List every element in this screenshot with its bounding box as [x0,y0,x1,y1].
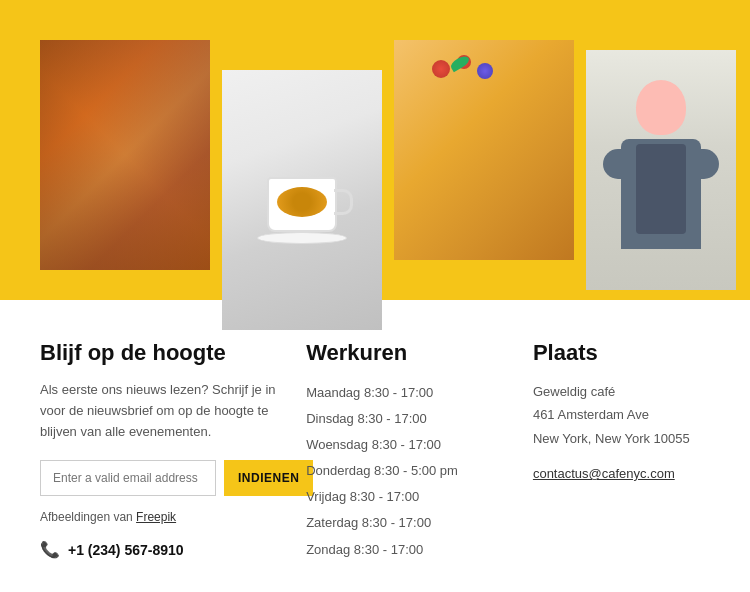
newsletter-description: Als eerste ons nieuws lezen? Schrijf je … [40,380,276,442]
newsletter-title: Blijf op de hoogte [40,340,276,366]
cake-photo [394,40,574,260]
photos-grid [0,0,750,300]
freepik-link[interactable]: Freepik [136,510,176,524]
chef-photo [586,50,736,290]
hours-list: Maandag 8:30 - 17:00Dinsdag 8:30 - 17:00… [306,380,503,563]
bread-photo [40,40,210,270]
hero-section [0,0,750,300]
place-email-link[interactable]: contactus@cafenyc.com [533,466,675,481]
place-address-line2: New York, New York 10055 [533,431,690,446]
hours-column: Werkuren Maandag 8:30 - 17:00Dinsdag 8:3… [306,340,503,563]
phone-number: +1 (234) 567-8910 [68,542,184,558]
hours-item: Zaterdag 8:30 - 17:00 [306,510,503,536]
bottom-section: Blijf op de hoogte Als eerste ons nieuws… [0,300,750,592]
hours-item: Vrijdag 8:30 - 17:00 [306,484,503,510]
place-name: Geweldig café [533,384,615,399]
hours-item: Woensdag 8:30 - 17:00 [306,432,503,458]
submit-button[interactable]: INDIENEN [224,460,313,496]
email-form: INDIENEN [40,460,276,496]
email-input[interactable] [40,460,216,496]
phone-icon: 📞 [40,540,60,559]
place-address-line1: 461 Amsterdam Ave [533,407,649,422]
place-address: Geweldig café 461 Amsterdam Ave New York… [533,380,710,450]
newsletter-column: Blijf op de hoogte Als eerste ons nieuws… [40,340,276,563]
place-title: Plaats [533,340,710,366]
hours-title: Werkuren [306,340,503,366]
coffee-photo [222,70,382,330]
place-column: Plaats Geweldig café 461 Amsterdam Ave N… [533,340,710,563]
hours-item: Zondag 8:30 - 17:00 [306,537,503,563]
phone-line: 📞 +1 (234) 567-8910 [40,540,276,559]
hours-item: Donderdag 8:30 - 5:00 pm [306,458,503,484]
hours-item: Dinsdag 8:30 - 17:00 [306,406,503,432]
hours-item: Maandag 8:30 - 17:00 [306,380,503,406]
freepik-attribution: Afbeeldingen van Freepik [40,510,276,524]
